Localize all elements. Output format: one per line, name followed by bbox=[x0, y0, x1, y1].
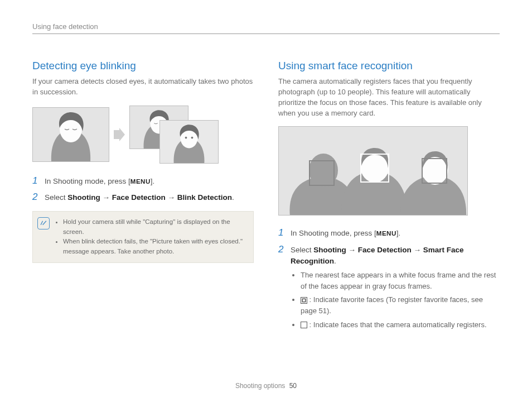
t: Blink Detection bbox=[177, 193, 232, 202]
note-line: Hold your camera still while "Capturing"… bbox=[63, 217, 246, 237]
arrow-right-icon bbox=[114, 128, 125, 141]
group-photo bbox=[278, 126, 468, 216]
right-step-1: 1 In Shooting mode, press [MENU]. bbox=[278, 228, 500, 239]
t: When blink detection fails, the " bbox=[63, 238, 152, 245]
t: ]. bbox=[396, 229, 401, 237]
breadcrumb: Using face detection bbox=[32, 22, 98, 31]
step-text: Select Shooting → Face Detection → Smart… bbox=[291, 245, 500, 333]
heading-smart: Using smart face recognition bbox=[278, 60, 500, 72]
step-number: 1 bbox=[32, 176, 40, 187]
page-footer: Shooting options 50 bbox=[0, 382, 532, 390]
t: Face Detection bbox=[358, 246, 412, 254]
menu-button-label: MENU bbox=[376, 230, 396, 237]
step-number: 1 bbox=[278, 228, 286, 239]
t: Select bbox=[291, 246, 313, 254]
svg-point-3 bbox=[185, 136, 187, 138]
heading-blink: Detecting eye blinking bbox=[32, 60, 254, 72]
t: Hold your camera still while " bbox=[63, 218, 145, 225]
t: Select bbox=[45, 193, 67, 202]
photo-result-2 bbox=[159, 120, 219, 164]
step-number: 2 bbox=[278, 245, 286, 333]
photo-eyes-closed bbox=[32, 107, 109, 162]
t: → bbox=[100, 193, 112, 202]
page-header: Using face detection bbox=[32, 21, 500, 34]
step-number: 2 bbox=[32, 192, 40, 203]
list-item: : Indicate faces that the camera automat… bbox=[301, 319, 500, 331]
t: . bbox=[232, 193, 234, 202]
content-columns: Detecting eye blinking If your camera de… bbox=[32, 60, 500, 338]
t: Face Detection bbox=[112, 193, 166, 202]
left-column: Detecting eye blinking If your camera de… bbox=[32, 60, 254, 338]
list-item: The nearest face appears in a white focu… bbox=[301, 270, 500, 292]
right-step-2: 2 Select Shooting → Face Detection → Sma… bbox=[278, 245, 500, 333]
step-text: In Shooting mode, press [MENU]. bbox=[291, 228, 400, 239]
left-step-1: 1 In Shooting mode, press [MENU]. bbox=[32, 176, 254, 187]
step-text: Select Shooting → Face Detection → Blink… bbox=[45, 192, 234, 203]
t: In Shooting mode, press [ bbox=[45, 177, 130, 185]
focus-frame-gray bbox=[422, 158, 447, 184]
auto-face-icon bbox=[301, 322, 307, 328]
svg-point-4 bbox=[191, 136, 194, 138]
t: Shooting bbox=[313, 246, 346, 254]
left-step-2: 2 Select Shooting → Face Detection → Bli… bbox=[32, 192, 254, 203]
note-box: Hold your camera still while "Capturing"… bbox=[32, 211, 254, 263]
list-item: : Indicate favorite faces (To register f… bbox=[301, 294, 500, 317]
t: In Shooting mode, press [ bbox=[291, 229, 376, 237]
t: Capturing bbox=[145, 218, 173, 225]
page-number: 50 bbox=[289, 382, 297, 390]
t: → bbox=[346, 246, 358, 254]
intro-smart: The camera automatically registers faces… bbox=[278, 76, 500, 118]
step-text: In Shooting mode, press [MENU]. bbox=[45, 176, 154, 187]
photo-pair bbox=[129, 106, 219, 164]
t: → bbox=[412, 246, 423, 254]
sub-bullets: The nearest face appears in a white focu… bbox=[291, 270, 500, 331]
focus-frame-white bbox=[360, 154, 389, 183]
favorite-face-icon bbox=[301, 297, 307, 304]
focus-frame-gray bbox=[309, 160, 335, 186]
right-column: Using smart face recognition The camera … bbox=[278, 60, 500, 338]
menu-button-label: MENU bbox=[130, 178, 151, 185]
t: ]. bbox=[151, 177, 155, 185]
t: . bbox=[334, 257, 336, 265]
blink-illustration bbox=[32, 106, 254, 164]
footer-section: Shooting options bbox=[235, 382, 285, 390]
t: Picture taken with eyes closed. bbox=[152, 238, 240, 245]
note-line: When blink detection fails, the "Picture… bbox=[63, 237, 246, 257]
intro-blink: If your camera detects closed eyes, it a… bbox=[32, 76, 254, 98]
t: Shooting bbox=[67, 193, 100, 202]
t: : Indicate favorite faces (To register f… bbox=[301, 295, 483, 315]
note-icon bbox=[37, 217, 50, 229]
t: : Indicate faces that the camera automat… bbox=[307, 320, 487, 329]
t: → bbox=[166, 193, 177, 202]
